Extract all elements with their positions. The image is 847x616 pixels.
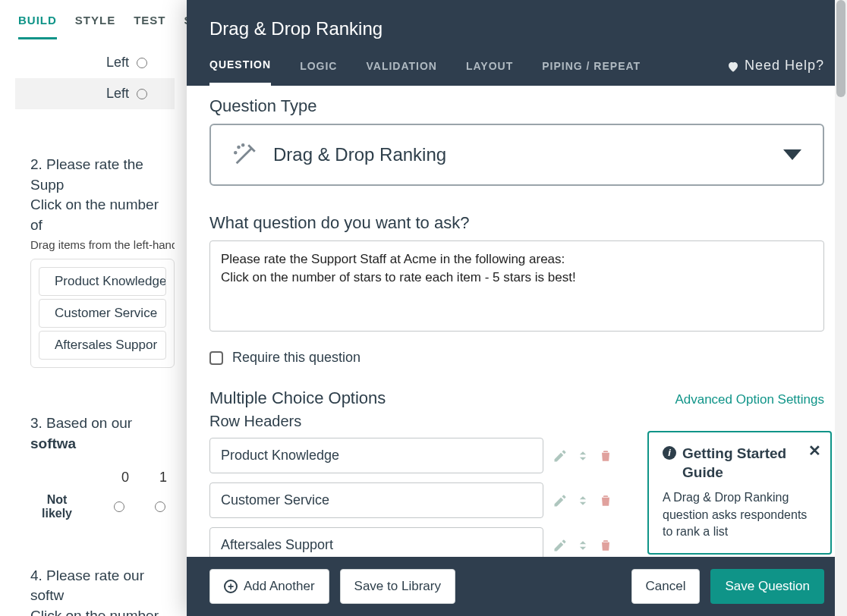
advanced-option-settings-link[interactable]: Advanced Option Settings [675,392,824,407]
bg-q4-line1: 4. Please rate our softw [30,566,175,606]
pencil-icon[interactable] [553,448,568,464]
row-headers-label: Row Headers [209,413,824,430]
bg-option-label: Left [30,55,129,71]
modal-header: Drag & Drop Ranking QUESTION LOGIC VALID… [187,0,847,86]
mco-header: Multiple Choice Options Advanced Option … [209,388,824,408]
checkbox-icon[interactable] [209,351,223,365]
bg-content: Left Left 2. Please rate the Supp Click … [0,39,187,616]
pencil-icon[interactable] [553,538,568,553]
radio-icon[interactable] [137,89,147,99]
bg-rank-item[interactable]: Product Knowledge [39,267,166,296]
trash-icon[interactable] [598,493,613,508]
save-label: Save Question [725,579,810,594]
modal-title: Drag & Drop Ranking [209,18,824,39]
bg-rank-item[interactable]: Customer Service [39,299,166,328]
radio-icon[interactable] [114,501,124,512]
save-library-label: Save to Library [354,579,441,594]
getting-started-title: i Getting Started Guide [663,445,817,482]
question-type-select[interactable]: Drag & Drop Ranking [209,124,824,186]
need-help-text: Need Help? [745,58,824,74]
tab-test[interactable]: TEST [134,14,165,39]
svg-point-0 [238,146,240,148]
getting-started-body: A Drag & Drop Ranking question asks resp… [663,489,817,540]
trash-icon[interactable] [598,448,613,464]
heart-icon [726,60,740,72]
question-text-input[interactable] [209,240,824,332]
row-header-input[interactable] [209,438,543,473]
info-icon: i [663,446,676,460]
require-label: Require this question [232,350,361,366]
modal-footer: + Add Another Save to Library Cancel Sav… [187,557,847,616]
modal-tab-piping[interactable]: PIPING / REPEAT [542,60,641,84]
svg-point-2 [235,152,236,153]
tab-build[interactable]: BUILD [18,14,57,39]
need-help-link[interactable]: Need Help? [726,58,824,86]
cancel-label: Cancel [646,579,686,594]
not-likely-label: Not likely [30,493,83,520]
bg-q2-line1: 2. Please rate the Supp [30,155,175,195]
modal-tabs: QUESTION LOGIC VALIDATION LAYOUT PIPING … [209,58,824,86]
modal-tab-logic[interactable]: LOGIC [300,60,337,84]
svg-point-1 [242,144,244,146]
row-header-input[interactable] [209,482,543,518]
bg-q2-line2: Click on the number of [30,195,175,235]
add-another-button[interactable]: + Add Another [209,569,329,604]
bg-rank-box: Product Knowledge Customer Service After… [30,259,175,368]
getting-started-panel: ✕ i Getting Started Guide A Drag & Drop … [647,431,832,555]
question-editor-modal: Drag & Drop Ranking QUESTION LOGIC VALID… [187,0,847,616]
row-header-input[interactable] [209,527,543,557]
bg-scale-nums: 0 1 [121,470,175,486]
row-actions [553,493,613,508]
mco-title: Multiple Choice Options [209,388,386,408]
modal-tab-validation[interactable]: VALIDATION [366,60,436,84]
radio-icon[interactable] [155,501,165,512]
bg-option-row: Left [30,47,175,78]
add-another-label: Add Another [244,579,315,594]
drag-icon[interactable] [575,493,590,508]
close-icon[interactable]: ✕ [808,442,821,460]
require-row[interactable]: Require this question [209,350,824,366]
bg-rank-item[interactable]: Aftersales Suppor [39,331,166,360]
row-actions [553,448,613,464]
ask-label: What question do you want to ask? [209,213,824,233]
scale-num-1: 1 [159,470,167,486]
bg-q3: 3. Based on our softwa [30,413,175,454]
bg-q2-hint: Drag items from the left-hand [30,238,175,251]
bg-scale: 0 1 Not likely [30,470,175,520]
cancel-button[interactable]: Cancel [631,569,701,604]
scrollbar-thumb[interactable] [836,0,845,97]
bg-q4-line2: Click on the number of [30,606,175,616]
getting-started-title-text: Getting Started Guide [682,445,817,482]
bg-scale-row: Not likely [30,493,175,520]
builder-background: BUILD STYLE TEST S Left Left 2. Please r… [0,0,187,616]
scrollbar[interactable] [835,0,847,616]
pencil-icon[interactable] [553,493,568,508]
scale-num-0: 0 [121,470,129,486]
row-actions [553,538,613,553]
modal-tab-question[interactable]: QUESTION [209,58,271,86]
bg-option-row: Left [15,78,175,109]
save-question-button[interactable]: Save Question [710,569,824,604]
question-type-value: Drag & Drop Ranking [273,144,446,165]
drag-icon[interactable] [575,448,590,464]
bg-option-label: Left [30,86,129,102]
bg-q3-bold: softwa [30,435,76,451]
question-type-label: Question Type [209,96,824,116]
modal-body: Question Type Drag & Drop Ranking What q… [187,86,847,557]
main-tabs: BUILD STYLE TEST S [0,0,187,39]
chevron-down-icon [783,149,801,160]
bg-q3-prefix: 3. Based on our [30,415,132,431]
radio-icon[interactable] [137,58,147,68]
drag-icon[interactable] [575,538,590,553]
save-to-library-button[interactable]: Save to Library [340,569,455,604]
tab-style[interactable]: STYLE [75,14,115,39]
wand-icon [232,142,258,168]
trash-icon[interactable] [598,538,613,553]
plus-icon: + [224,580,238,593]
modal-tab-layout[interactable]: LAYOUT [466,60,513,84]
